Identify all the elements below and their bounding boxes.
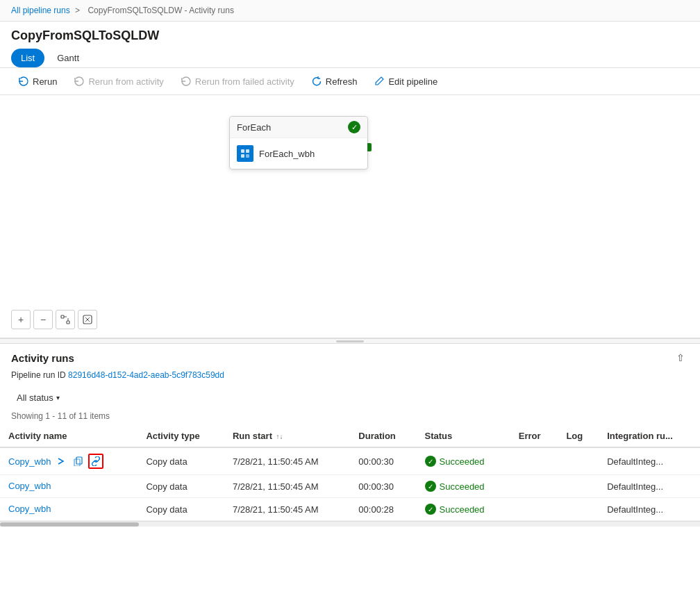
navigate-icon[interactable] (53, 454, 69, 469)
cell-activity-name: Copy_wbh (0, 498, 138, 520)
collapse-button[interactable]: ⇧ (672, 351, 689, 365)
rerun-label: Rerun (33, 76, 57, 87)
toolbar: Rerun Rerun from activity Rerun from fai… (0, 68, 700, 95)
sort-icon: ↑↓ (276, 433, 283, 440)
activity-runs-section: Activity runs ⇧ Pipeline run ID 82916d48… (0, 344, 700, 521)
cell-log (558, 475, 599, 498)
rerun-from-activity-icon (74, 76, 85, 87)
activity-name-link[interactable]: Copy_wbh (8, 456, 51, 467)
col-log[interactable]: Log (558, 425, 599, 447)
refresh-label: Refresh (326, 76, 358, 87)
horizontal-scrollbar[interactable] (0, 521, 700, 527)
pipeline-canvas[interactable]: ForEach ✓ ForEach_wbh + − (0, 95, 700, 338)
zoom-out-button[interactable]: − (33, 310, 53, 329)
rerun-from-failed-icon (181, 76, 192, 87)
divider-handle[interactable] (0, 338, 700, 344)
cell-duration: 00:00:28 (350, 498, 416, 521)
breadcrumb-separator: > (75, 6, 80, 15)
cell-activity-name: Copy_wbh (0, 475, 138, 497)
cell-error (510, 475, 558, 498)
cell-status: ✓Succeeded (417, 475, 510, 498)
col-integration-runtime[interactable]: Integration ru... (599, 425, 700, 447)
canvas-controls: + − (11, 310, 97, 329)
cell-integration-runtime: DefaultInteg... (599, 498, 700, 521)
cell-duration: 00:00:30 (350, 447, 416, 475)
breadcrumb: All pipeline runs > CopyFromSQLToSQLDW -… (0, 0, 700, 22)
pipeline-run-id-label: Pipeline run ID (11, 370, 66, 380)
col-activity-name[interactable]: Activity name (0, 425, 138, 447)
tab-list[interactable]: List (11, 49, 44, 67)
status-text: Succeeded (440, 456, 485, 467)
cell-log (558, 498, 599, 521)
refresh-button[interactable]: Refresh (304, 72, 365, 90)
rerun-from-failed-label: Rerun from failed activity (195, 76, 294, 87)
filter-chevron-icon: ▾ (56, 394, 60, 402)
svg-rect-3 (246, 154, 249, 158)
breadcrumb-link[interactable]: All pipeline runs (11, 6, 70, 15)
foreach-child-name: ForEach_wbh (259, 149, 315, 159)
activity-name-link[interactable]: Copy_wbh (8, 504, 51, 514)
fit-view-button[interactable] (56, 310, 75, 329)
col-status[interactable]: Status (417, 425, 510, 447)
svg-rect-1 (246, 149, 249, 153)
status-text: Succeeded (440, 481, 485, 492)
rerun-from-activity-label: Rerun from activity (88, 76, 163, 87)
zoom-in-button[interactable]: + (11, 310, 31, 329)
cell-status: ✓Succeeded (417, 447, 510, 475)
cell-run-start: 7/28/21, 11:50:45 AM (224, 498, 350, 521)
table-header-row: Activity name Activity type Run start ↑↓… (0, 425, 700, 447)
activity-runs-header: Activity runs ⇧ (0, 344, 700, 369)
svg-rect-0 (241, 149, 244, 153)
foreach-body: ForEach_wbh (230, 138, 367, 169)
cell-activity-type: Copy data (138, 475, 224, 498)
cell-run-start: 7/28/21, 11:50:45 AM (224, 475, 350, 498)
col-run-start[interactable]: Run start ↑↓ (224, 425, 350, 447)
pipeline-run-id-value[interactable]: 82916d48-d152-4ad2-aeab-5c9f783c59dd (68, 370, 224, 380)
col-duration[interactable]: Duration (350, 425, 416, 447)
rerun-button[interactable]: Rerun (11, 72, 64, 90)
scrollbar-thumb[interactable] (0, 522, 139, 527)
link-icon[interactable] (88, 454, 103, 469)
activity-runs-title: Activity runs (11, 352, 74, 364)
svg-rect-12 (74, 459, 80, 466)
foreach-node[interactable]: ForEach ✓ ForEach_wbh (229, 116, 368, 169)
cell-integration-runtime: DefaultInteg... (599, 447, 700, 475)
activity-name-link[interactable]: Copy_wbh (8, 481, 51, 491)
edit-pipeline-button[interactable]: Edit pipeline (367, 72, 444, 90)
reset-zoom-button[interactable] (78, 310, 97, 329)
tab-gantt[interactable]: Gantt (47, 49, 89, 67)
foreach-header: ForEach ✓ (230, 117, 367, 138)
reset-zoom-icon (83, 315, 92, 324)
breadcrumb-current: CopyFromSQLToSQLDW - Activity runs (88, 6, 234, 15)
svg-rect-11 (76, 457, 82, 464)
activity-runs-table-wrapper: Activity name Activity type Run start ↑↓… (0, 425, 700, 521)
svg-rect-2 (241, 154, 244, 158)
foreach-right-connector (367, 143, 372, 151)
filter-status-button[interactable]: All status ▾ (11, 390, 65, 406)
rerun-icon (18, 76, 29, 87)
showing-text: Showing 1 - 11 of 11 items (0, 410, 700, 425)
divider-bar (336, 340, 364, 342)
rerun-from-activity-button[interactable]: Rerun from activity (67, 72, 170, 90)
fit-view-icon (60, 315, 70, 324)
status-success-dot: ✓ (425, 481, 436, 492)
activity-runs-table: Activity name Activity type Run start ↑↓… (0, 425, 700, 521)
rerun-from-failed-button[interactable]: Rerun from failed activity (174, 72, 301, 90)
foreach-child-icon (237, 145, 253, 162)
page-title: CopyFromSQLToSQLDW (0, 22, 700, 49)
foreach-success-icon: ✓ (348, 121, 360, 133)
foreach-title: ForEach (237, 122, 271, 133)
cell-log (558, 447, 599, 475)
cell-error (510, 447, 558, 475)
status-text: Succeeded (440, 504, 485, 515)
cell-run-start: 7/28/21, 11:50:45 AM (224, 447, 350, 475)
table-row: Copy_wbhCopy data7/28/21, 11:50:45 AM00:… (0, 498, 700, 521)
cell-integration-runtime: DefaultInteg... (599, 475, 700, 498)
cell-activity-type: Copy data (138, 447, 224, 475)
svg-rect-4 (61, 315, 64, 318)
col-error[interactable]: Error (510, 425, 558, 447)
copy-icon[interactable] (71, 454, 86, 469)
col-activity-type[interactable]: Activity type (138, 425, 224, 447)
action-icons (53, 454, 103, 469)
edit-icon (374, 76, 385, 87)
